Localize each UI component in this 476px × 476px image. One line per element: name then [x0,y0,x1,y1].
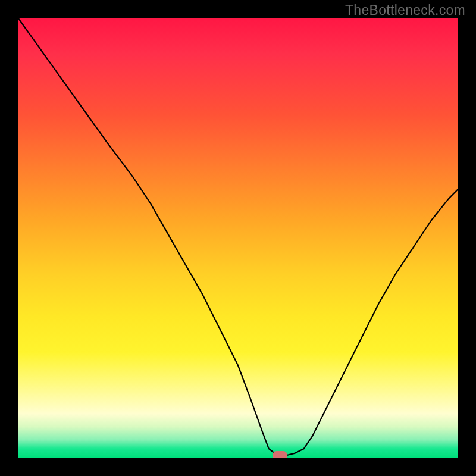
curve-svg [18,18,458,458]
optimal-marker [273,451,287,458]
chart-frame: TheBottleneck.com [0,0,476,476]
watermark-text: TheBottleneck.com [345,2,465,18]
bottleneck-curve [18,18,458,455]
plot-area [18,18,458,458]
